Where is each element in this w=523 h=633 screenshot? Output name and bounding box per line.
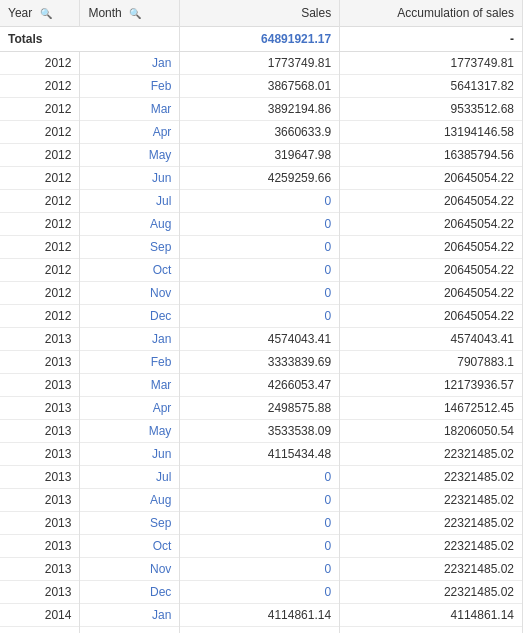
table-row: 2012Nov020645054.22	[0, 282, 523, 305]
cell-year: 2013	[0, 443, 80, 466]
cell-month: Nov	[80, 558, 180, 581]
cell-month: May	[80, 144, 180, 167]
cell-accum: 20645054.22	[340, 167, 523, 190]
cell-accum: 12173936.57	[340, 374, 523, 397]
cell-accum: 13194146.58	[340, 121, 523, 144]
cell-accum: 20645054.22	[340, 213, 523, 236]
table-row: 2013Dec022321485.02	[0, 581, 523, 604]
cell-year: 2014	[0, 627, 80, 634]
cell-year: 2013	[0, 374, 80, 397]
table-row: 2012Jan1773749.811773749.81	[0, 52, 523, 75]
cell-month: Apr	[80, 121, 180, 144]
cell-accum: 20645054.22	[340, 259, 523, 282]
totals-label: Totals	[0, 27, 180, 52]
cell-accum: 22321485.02	[340, 535, 523, 558]
cell-accum: 20645054.22	[340, 282, 523, 305]
cell-accum: 20645054.22	[340, 236, 523, 259]
cell-sales: 2498575.88	[180, 397, 340, 420]
cell-month: Aug	[80, 489, 180, 512]
cell-year: 2013	[0, 466, 80, 489]
cell-sales: 4574043.41	[180, 328, 340, 351]
cell-year: 2014	[0, 604, 80, 627]
cell-year: 2013	[0, 420, 80, 443]
cell-month: Aug	[80, 213, 180, 236]
table-row: 2013Apr2498575.8814672512.45	[0, 397, 523, 420]
cell-accum: 7907883.1	[340, 351, 523, 374]
cell-month: May	[80, 420, 180, 443]
cell-month: Jan	[80, 52, 180, 75]
cell-sales: 3333839.69	[180, 351, 340, 374]
cell-sales: 0	[180, 581, 340, 604]
cell-month: Jun	[80, 167, 180, 190]
col-header-accum: Accumulation of sales	[340, 0, 523, 27]
cell-year: 2012	[0, 98, 80, 121]
cell-month: Jan	[80, 328, 180, 351]
cell-month: Feb	[80, 75, 180, 98]
cell-accum: 22321485.02	[340, 443, 523, 466]
table-row: 2013Nov022321485.02	[0, 558, 523, 581]
cell-month: Jun	[80, 443, 180, 466]
cell-accum: 18206050.54	[340, 420, 523, 443]
cell-sales: 319647.98	[180, 144, 340, 167]
accum-label: Accumulation of sales	[397, 6, 514, 20]
cell-accum: 22321485.02	[340, 512, 523, 535]
cell-sales: 3892194.86	[180, 98, 340, 121]
data-table: Year 🔍 Month 🔍 Sales Accumulation of sal…	[0, 0, 523, 633]
year-search-icon[interactable]: 🔍	[40, 8, 52, 20]
cell-sales: 0	[180, 489, 340, 512]
cell-accum: 1773749.81	[340, 52, 523, 75]
cell-accum: 22321485.02	[340, 581, 523, 604]
table-row: 2012May319647.9816385794.56	[0, 144, 523, 167]
table-row: 2012Feb3867568.015641317.82	[0, 75, 523, 98]
col-header-month: Month 🔍	[80, 0, 180, 27]
cell-month: Dec	[80, 581, 180, 604]
cell-month: Mar	[80, 374, 180, 397]
cell-sales: 0	[180, 213, 340, 236]
cell-accum: 20645054.22	[340, 305, 523, 328]
cell-month: Feb	[80, 351, 180, 374]
month-label: Month	[88, 6, 121, 20]
cell-year: 2012	[0, 305, 80, 328]
cell-year: 2012	[0, 282, 80, 305]
cell-accum: 22321485.02	[340, 558, 523, 581]
sales-label: Sales	[301, 6, 331, 20]
cell-year: 2013	[0, 328, 80, 351]
cell-accum: 4114861.14	[340, 604, 523, 627]
table-row: 2014Feb3198717.637313578.77	[0, 627, 523, 634]
cell-year: 2013	[0, 351, 80, 374]
totals-sales: 64891921.17	[180, 27, 340, 52]
cell-year: 2012	[0, 121, 80, 144]
table-row: 2013Aug022321485.02	[0, 489, 523, 512]
table-row: 2012Dec020645054.22	[0, 305, 523, 328]
cell-accum: 20645054.22	[340, 190, 523, 213]
cell-sales: 4266053.47	[180, 374, 340, 397]
cell-month: Oct	[80, 259, 180, 282]
cell-year: 2013	[0, 535, 80, 558]
cell-year: 2012	[0, 190, 80, 213]
table-row: 2013Oct022321485.02	[0, 535, 523, 558]
cell-sales: 0	[180, 282, 340, 305]
cell-accum: 16385794.56	[340, 144, 523, 167]
cell-sales: 0	[180, 190, 340, 213]
month-search-icon[interactable]: 🔍	[129, 8, 141, 20]
table-row: 2012Jun4259259.6620645054.22	[0, 167, 523, 190]
table-row: 2013Jun4115434.4822321485.02	[0, 443, 523, 466]
cell-year: 2012	[0, 236, 80, 259]
col-header-year: Year 🔍	[0, 0, 80, 27]
cell-year: 2012	[0, 52, 80, 75]
cell-month: Mar	[80, 98, 180, 121]
totals-row: Totals 64891921.17 -	[0, 27, 523, 52]
cell-year: 2012	[0, 75, 80, 98]
table-row: 2014Jan4114861.144114861.14	[0, 604, 523, 627]
cell-month: Sep	[80, 512, 180, 535]
cell-month: Jan	[80, 604, 180, 627]
table-row: 2013Mar4266053.4712173936.57	[0, 374, 523, 397]
cell-year: 2013	[0, 581, 80, 604]
cell-year: 2012	[0, 144, 80, 167]
cell-year: 2012	[0, 213, 80, 236]
cell-sales: 3198717.63	[180, 627, 340, 634]
cell-sales: 3533538.09	[180, 420, 340, 443]
cell-month: Jul	[80, 190, 180, 213]
cell-month: Nov	[80, 282, 180, 305]
totals-accum: -	[340, 27, 523, 52]
